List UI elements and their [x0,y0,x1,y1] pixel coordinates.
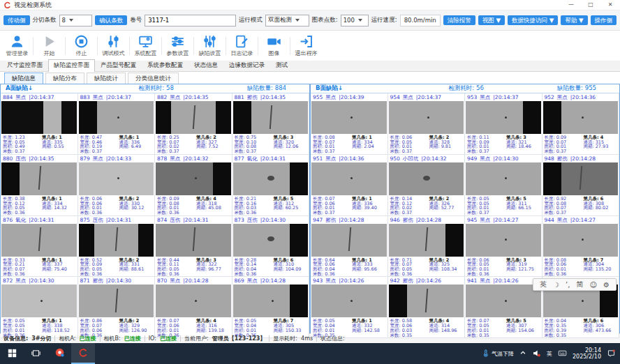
defect-type: 压伤 [15,156,26,162]
clear-alarm-button[interactable]: 清除报警 [443,15,475,26]
defect-cell-881[interactable]: 881 擦伤 |20:14:35 长度: 0.75 宽度: 0.10 面积: 0… [232,93,310,155]
tray-language[interactable]: 英 [547,350,552,358]
defect-cell-953[interactable]: 953 黑点 |20:14:37 长度: 0.11 宽度: 0.09 面积: 0… [465,93,542,155]
defect-cell-955[interactable]: 955 黑点 |20:14:39 长度: 0.08 宽度: 0.07 面积: 0… [311,93,388,155]
exit-toolbar-button[interactable]: 退出程序 [290,33,322,58]
main-tab-3[interactable]: 系统参数配置 [142,59,189,71]
defect-cell-header: 871 擦伤 |20:14:30 [78,277,155,284]
view-menu-button[interactable]: 视图 ▼ [478,15,505,26]
defect-cell-952[interactable]: 952 黑点 |20:14:36 长度: 0.09 宽度: 0.07 面积: 0… [542,93,620,155]
taskbar-app-inspection[interactable] [71,343,95,364]
defect-cell-878[interactable]: 878 黑点 |20:14:32 长度: 0.09 宽度: 0.08 面积: 0… [155,155,232,216]
defect-cell-942[interactable]: 942 擦伤 |20:14:26 长度: 0.58 宽度: 0.06 面积: 0… [388,277,466,338]
defect-time: |20:14:37 [29,94,54,100]
ime-simplified[interactable]: 简 [576,280,583,289]
volume-icon[interactable] [532,349,541,359]
ime-lang-en[interactable]: 英 [540,280,547,289]
monitor-toolbar-button[interactable]: 系统配置 [130,33,161,58]
defect-cell-950[interactable]: 950 小凹坑 |20:14:32 长度: 0.14 宽度: 0.12 面积: … [388,155,466,216]
minimize-button[interactable]: — [561,0,581,10]
defect-cell-946[interactable]: 946 擦伤 |20:14:28 长度: 0.71 宽度: 0.07 面积: 0… [388,216,466,278]
start-button[interactable] [0,343,24,364]
weather-widget[interactable]: 气温下降 [482,349,514,359]
defects-toolbar-button[interactable]: 缺陷设置 [194,33,226,58]
defect-cell-877[interactable]: 877 氧化 |20:14:31 长度: 0.21 宽度: 0.16 面积: 0… [232,155,310,216]
main-tab-6[interactable]: 测试 [270,59,293,71]
sub-tab-1[interactable]: 缺陷分布 [45,73,84,85]
defect-cell-941[interactable]: 941 黑点 |20:14:26 长度: 0.07 宽度: 0.05 面积: 0… [465,277,542,338]
defect-cell-header: 946 擦伤 |20:14:28 [388,216,465,223]
help-menu-button[interactable]: 帮助 ▼ [561,15,587,26]
device-value: 3#分切 [31,335,51,342]
main-tab-5[interactable]: 边缘数据记录 [223,59,270,71]
keyboard-icon[interactable] [558,349,567,359]
defect-time: |20:14:36 [339,156,364,162]
sub-tab-3[interactable]: 分类信息统计 [128,73,179,85]
stop-toolbar-button[interactable]: 停止 [66,33,97,58]
drive-side-button[interactable]: 传动侧 [3,15,30,26]
defect-cell-954[interactable]: 954 黑点 |20:14:37 长度: 0.06 宽度: 0.05 面积: 0… [388,93,466,155]
defect-cell-874[interactable]: 874 压伤 |20:14:31 长度: 0.44 宽度: 0.11 面积: 0… [155,216,232,278]
window-controls: — □ ✕ [561,0,620,10]
clock[interactable]: 20:14 2025/2/10 [573,347,601,360]
ime-settings-icon[interactable]: ⚙ [603,281,610,289]
params-toolbar-button[interactable]: 参数设置 [162,33,193,58]
ime-punct-icon[interactable]: ’, [566,281,570,289]
defect-image [233,162,309,195]
defect-cell-871[interactable]: 871 擦伤 |20:14:30 长度: 0.86 宽度: 0.07 面积: 0… [78,277,156,338]
notification-center-icon[interactable] [607,349,616,359]
roll-input[interactable] [145,15,236,26]
defect-cell-947[interactable]: 947 擦伤 |20:14:28 长度: 0.64 宽度: 0.06 面积: 0… [311,216,388,278]
defect-cell-875[interactable]: 875 压伤 |20:14:31 长度: 0.52 宽度: 0.09 面积: 0… [78,216,156,278]
defect-cell-883[interactable]: 883 黑点 |20:14:37 长度: 0.47 宽度: 0.46 面积: 0… [78,93,156,155]
defect-cell-876[interactable]: 876 氧化 |20:14:31 长度: 0.33 宽度: 0.21 面积: 0… [1,216,78,278]
panel-title[interactable]: B面缺陷↓ [316,84,343,93]
task-view-button[interactable] [24,343,47,364]
defect-cell-header: 952 黑点 |20:14:36 [542,93,619,100]
tray-expand-icon[interactable] [519,349,526,358]
ime-night-icon[interactable]: ☽ [553,281,559,289]
ime-emoji-icon[interactable]: ☺ [589,281,596,289]
run-mode-select[interactable]: 双面检测 [265,15,309,26]
defect-type: 黑点 [93,156,103,162]
log-toolbar-button[interactable]: 日志记录 [226,33,258,58]
close-button[interactable]: ✕ [600,0,620,10]
defect-cell-943[interactable]: 943 黑点 |20:14:26 长度: 0.05 宽度: 0.04 面积: 0… [311,277,388,338]
defect-cell-880[interactable]: 880 压伤 |20:14:35 长度: 0.38 宽度: 0.12 面积: 0… [1,155,78,216]
defect-cell-951[interactable]: 951 黑点 |20:14:36 长度: 0.07 宽度: 0.06 面积: 0… [311,155,388,216]
operate-side-button[interactable]: 操作侧 [591,15,617,26]
defect-cell-944[interactable]: 944 黑点 |20:14:27 长度: 0.08 宽度: 0.06 面积: 0… [542,216,620,278]
defect-cell-945[interactable]: 945 黑点 |20:14:27 长度: 0.06 宽度: 0.05 面积: 0… [465,216,542,278]
confirm-count-button[interactable]: 确认条数 [95,15,127,26]
defect-cell-870[interactable]: 870 黑点 |20:14:28 长度: 0.07 宽度: 0.06 面积: 0… [155,277,232,338]
sub-tab-0[interactable]: 缺陷信息 [4,73,43,85]
defect-cell-872[interactable]: 872 黑点 |20:14:30 长度: 0.05 宽度: 0.05 面积: 0… [1,277,78,338]
defect-cell-869[interactable]: 869 黑点 |20:14:28 长度: 0.05 宽度: 0.04 面积: 0… [232,277,310,338]
data-quick-access-button[interactable]: 数据快捷访问 ▼ [508,15,558,26]
main-tab-1[interactable]: 缺陷监控界面 [48,59,95,72]
main-tab-0[interactable]: 尺寸监控界面 [1,59,48,71]
main-tab-4[interactable]: 状态信息 [189,59,223,71]
defect-cell-884[interactable]: 884 黑点 |20:14:37 长度: 1.23 宽度: 0.05 面积: 0… [1,93,78,155]
defect-cell-948[interactable]: 948 擦伤 |20:14:28 长度: 0.92 宽度: 0.08 面积: 0… [542,155,620,216]
top-toolbar: 传动侧 分切条数 8 确认条数 卷号 运行模式 双面检测 图表点数: 100 运… [0,10,620,31]
defect-id: 952 [545,94,554,100]
play-toolbar-button[interactable]: 开始 [34,33,65,58]
maximize-button[interactable]: □ [581,0,600,10]
sub-tab-2[interactable]: 缺陷统计 [87,73,126,85]
camera-toolbar-button[interactable]: 图像 [258,33,290,58]
defect-info: 长度: 0.47 宽度: 0.46 面积: 0.19 米数: 0.37 第几条:… [78,134,155,154]
slit-count-select[interactable]: 8 [59,15,93,26]
defect-cell-882[interactable]: 882 黑点 |20:14:35 长度: 0.25 宽度: 0.07 面积: 0… [155,93,232,155]
tune-toolbar-button[interactable]: 调试模式 [98,33,129,58]
taskbar-app-remote[interactable] [47,343,71,364]
defect-cell-879[interactable]: 879 黑点 |20:14:33 长度: 0.06 宽度: 0.06 面积: 0… [78,155,156,216]
defect-cell-873[interactable]: 873 压伤 |20:14:30 长度: 0.28 宽度: 0.14 面积: 0… [232,216,310,278]
chart-points-select[interactable]: 100 [341,15,369,26]
inspection-app-icon [78,347,88,361]
panel-title[interactable]: A面缺陷↓ [6,84,33,93]
defect-id: 880 [3,156,13,162]
main-tab-2[interactable]: 产品型号配置 [95,59,142,71]
defect-cell-949[interactable]: 949 黑点 |20:14:30 长度: 0.05 宽度: 0.05 面积: 0… [465,155,542,216]
user-toolbar-button[interactable]: 管理登录 [1,33,33,58]
